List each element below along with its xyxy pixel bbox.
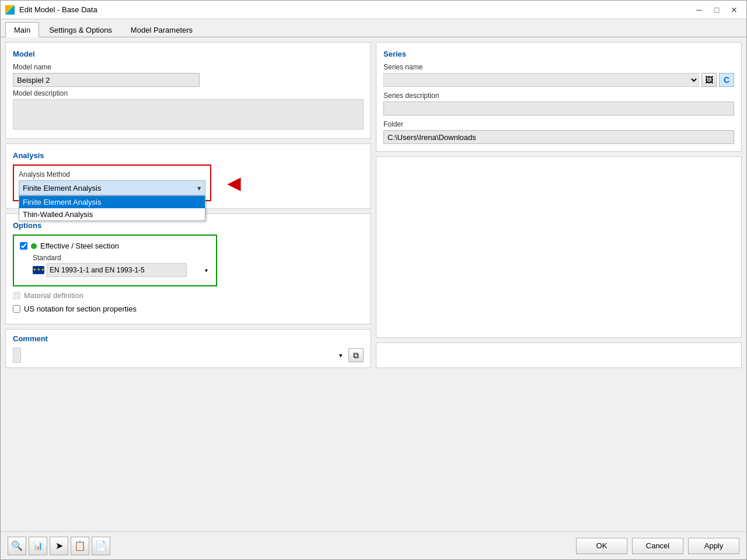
eu-flag-icon: ✦✦✦ xyxy=(33,266,44,274)
material-def-checkbox xyxy=(13,292,20,299)
comment-section-title: Comment xyxy=(13,334,364,343)
dropdown-option-twa[interactable]: Thin-Walled Analysis xyxy=(19,208,205,220)
series-name-row: 🖼 C xyxy=(383,73,734,87)
model-name-label: Model name xyxy=(13,63,364,71)
title-bar: Edit Model - Base Data ─ □ ✕ xyxy=(1,1,746,19)
paste-icon: 📄 xyxy=(95,540,107,551)
bottom-toolbar: 🔍 📊 ➤ 📋 📄 OK Cancel Apply xyxy=(1,531,746,559)
model-section: Model Model name Model description xyxy=(5,42,371,139)
toolbar-table-button[interactable]: 📊 xyxy=(29,537,47,555)
tab-model-params[interactable]: Model Parameters xyxy=(122,22,201,37)
red-arrow-indicator: ◀ xyxy=(228,173,240,192)
apply-button[interactable]: Apply xyxy=(688,538,739,554)
app-icon xyxy=(5,5,15,15)
us-notation-row: US notation for section properties xyxy=(13,304,364,313)
left-column: Model Model name Model description Analy… xyxy=(3,40,374,370)
options-green-box: Effective / Steel section Standard ✦✦✦ E… xyxy=(13,235,217,286)
close-button[interactable]: ✕ xyxy=(727,4,742,16)
material-def-row: Material definition xyxy=(13,291,364,300)
model-name-input[interactable] xyxy=(13,73,200,87)
effective-steel-label: Effective / Steel section xyxy=(40,242,119,250)
maximize-button[interactable]: □ xyxy=(709,4,724,16)
green-dot-icon xyxy=(31,243,37,249)
right-column: Series Series name 🖼 C xyxy=(374,40,744,370)
folder-label: Folder xyxy=(383,120,734,128)
analysis-section: Analysis Analysis Method Finite Element … xyxy=(5,144,371,209)
standard-select-row: ✦✦✦ EN 1993-1-1 and EN 1993-1-5 ▾ xyxy=(33,263,210,277)
arrow-icon: ➤ xyxy=(55,540,63,551)
minimize-button[interactable]: ─ xyxy=(692,4,707,16)
model-section-title: Model xyxy=(13,50,364,58)
toolbar-arrow-button[interactable]: ➤ xyxy=(50,537,68,555)
cancel-button[interactable]: Cancel xyxy=(632,538,683,554)
standard-select[interactable]: EN 1993-1-1 and EN 1993-1-5 xyxy=(47,263,187,277)
us-notation-label: US notation for section properties xyxy=(24,304,137,313)
analysis-method-label: Analysis Method xyxy=(19,170,205,178)
table-icon: 📊 xyxy=(33,541,43,550)
folder-input[interactable] xyxy=(383,130,734,144)
dropdown-option-fea[interactable]: Finite Element Analysis xyxy=(19,196,205,208)
right-comment-area xyxy=(376,342,742,368)
model-desc-input[interactable] xyxy=(13,99,364,130)
series-browse-icon: 🖼 xyxy=(705,75,713,85)
copy-icon: 📋 xyxy=(74,540,86,551)
material-def-label: Material definition xyxy=(24,291,83,300)
effective-steel-checkbox[interactable] xyxy=(20,242,27,250)
tab-bar: Main Settings & Options Model Parameters xyxy=(1,19,746,37)
right-empty-area xyxy=(376,156,742,338)
options-section-title: Options xyxy=(13,221,364,230)
analysis-method-box: Analysis Method Finite Element Analysis … xyxy=(13,164,211,201)
series-browse-button[interactable]: 🖼 xyxy=(701,73,717,87)
analysis-dropdown-list: Finite Element Analysis Thin-Walled Anal… xyxy=(19,195,205,221)
series-name-select[interactable] xyxy=(383,73,699,87)
comment-select[interactable] xyxy=(13,348,21,363)
model-desc-label: Model description xyxy=(13,89,364,97)
tab-main[interactable]: Main xyxy=(5,22,39,37)
standard-label: Standard xyxy=(33,254,210,262)
main-window: Edit Model - Base Data ─ □ ✕ Main Settin… xyxy=(0,0,747,560)
standard-subsection: Standard ✦✦✦ EN 1993-1-1 and EN 1993-1-5… xyxy=(33,254,210,277)
series-refresh-icon: C xyxy=(724,75,729,85)
effective-steel-row: Effective / Steel section xyxy=(20,242,210,250)
series-section: Series Series name 🖼 C xyxy=(376,42,742,152)
series-desc-input[interactable] xyxy=(383,102,734,116)
standard-dropdown-arrow: ▾ xyxy=(205,267,208,274)
toolbar-right: OK Cancel Apply xyxy=(576,538,739,554)
series-refresh-button[interactable]: C xyxy=(719,73,734,87)
toolbar-paste-button[interactable]: 📄 xyxy=(92,537,110,555)
series-section-title: Series xyxy=(383,50,734,58)
series-name-label: Series name xyxy=(383,63,734,71)
toolbar-copy-button[interactable]: 📋 xyxy=(71,537,89,555)
toolbar-search-button[interactable]: 🔍 xyxy=(8,537,26,555)
tab-settings[interactable]: Settings & Options xyxy=(40,22,121,37)
comment-section: Comment ▾ ⧉ xyxy=(5,329,371,368)
search-icon: 🔍 xyxy=(11,540,23,551)
analysis-dropdown-header[interactable]: Finite Element Analysis ▾ xyxy=(19,180,205,195)
analysis-dropdown-wrapper: Finite Element Analysis ▾ Finite Element… xyxy=(19,180,205,195)
us-notation-checkbox[interactable] xyxy=(13,305,20,313)
analysis-section-title: Analysis xyxy=(13,151,364,160)
series-desc-label: Series description xyxy=(383,92,734,100)
ok-button[interactable]: OK xyxy=(576,538,627,554)
window-controls: ─ □ ✕ xyxy=(692,4,742,16)
toolbar-left: 🔍 📊 ➤ 📋 📄 xyxy=(8,537,576,555)
window-title: Edit Model - Base Data xyxy=(19,5,692,14)
comment-copy-button[interactable]: ⧉ xyxy=(348,348,364,362)
comment-dropdown-arrow: ▾ xyxy=(339,352,343,359)
comment-input-row: ▾ ⧉ xyxy=(13,348,364,363)
dropdown-arrow-icon: ▾ xyxy=(197,184,201,192)
content-area: Model Model name Model description Analy… xyxy=(1,37,746,531)
options-section: Options Effective / Steel section Standa… xyxy=(5,214,371,324)
